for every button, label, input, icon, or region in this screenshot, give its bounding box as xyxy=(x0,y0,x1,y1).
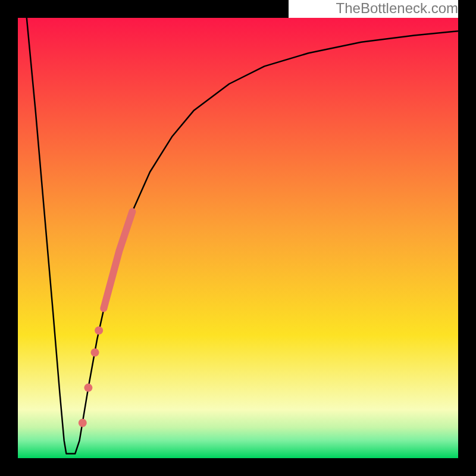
dot-highlight-dots-3 xyxy=(79,419,87,427)
dot-highlight-dots-2 xyxy=(84,384,92,392)
plot-area xyxy=(18,18,458,458)
dot-highlight-dots-1 xyxy=(91,348,99,356)
dot-highlight-dots-0 xyxy=(95,326,103,334)
watermark-text: TheBottleneck.com xyxy=(336,0,458,16)
bottleneck-chart: TheBottleneck.com xyxy=(0,0,476,476)
chart-container: TheBottleneck.com xyxy=(0,0,476,476)
